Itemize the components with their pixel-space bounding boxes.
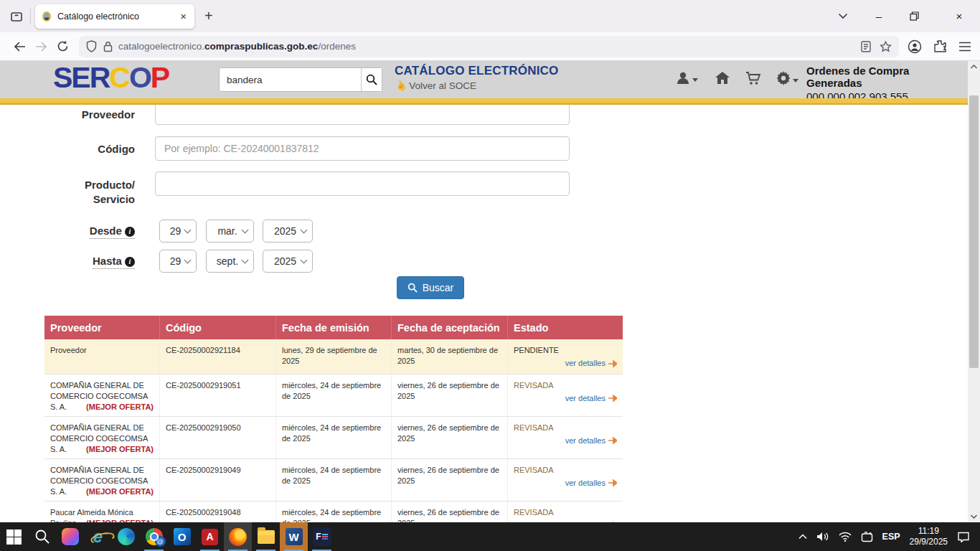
- arrow-right-icon: [608, 395, 617, 402]
- wifi-icon[interactable]: [839, 532, 852, 542]
- outlook-icon[interactable]: O: [168, 522, 196, 551]
- internet-explorer-icon[interactable]: e: [84, 522, 112, 551]
- caret-down-icon: [793, 79, 798, 83]
- ver-detalles-link[interactable]: ver detalles: [565, 393, 617, 404]
- tray-chevron-up-icon[interactable]: [798, 534, 807, 540]
- cart-button[interactable]: [745, 71, 761, 85]
- codigo-input[interactable]: [155, 136, 570, 161]
- table-row: COMPAÑIA GENERAL DE COMERCIO COGECOMSA S…: [44, 417, 623, 459]
- hasta-month-select[interactable]: sept.: [206, 250, 254, 273]
- header-accent-bar: [0, 98, 968, 105]
- producto-servicio-input[interactable]: [155, 171, 570, 196]
- cell-proveedor: COMPAÑIA GENERAL DE COMERCIO COGECOMSA S…: [44, 375, 160, 416]
- table-row: COMPAÑIA GENERAL DE COMERCIO COGECOMSA S…: [44, 375, 623, 417]
- shield-icon[interactable]: [86, 40, 97, 52]
- chevron-down-icon: [184, 257, 192, 264]
- menu-hamburger-icon[interactable]: [958, 42, 971, 52]
- ver-detalles-link[interactable]: ver detalles: [565, 478, 617, 489]
- forward-icon[interactable]: [30, 36, 52, 57]
- system-tray: ESP 11:19 29/9/2025: [798, 526, 980, 547]
- url-bar[interactable]: catalogoelectronico.compraspublicas.gob.…: [79, 36, 899, 57]
- hand-pointer-icon: ☝: [392, 78, 408, 94]
- tab-list-chevron-icon[interactable]: [838, 13, 848, 19]
- header-search-input[interactable]: [220, 68, 361, 91]
- desde-month-select[interactable]: mar.: [206, 220, 254, 242]
- sercop-logo[interactable]: SERCOP: [53, 61, 169, 95]
- table-row: COMPAÑIA GENERAL DE COMERCIO COGECOMSA S…: [44, 459, 623, 501]
- cell-aceptacion: viernes, 26 de septiembre de 2025: [392, 501, 508, 522]
- scroll-up-icon[interactable]: [968, 61, 980, 72]
- notifications-icon[interactable]: [957, 532, 970, 542]
- firefox-icon[interactable]: [224, 522, 252, 551]
- start-button[interactable]: [0, 522, 28, 551]
- file-explorer-icon[interactable]: [252, 522, 280, 551]
- hasta-day-select[interactable]: 29: [159, 250, 197, 273]
- cell-aceptacion: viernes, 26 de septiembre de 2025: [392, 375, 508, 416]
- scrollbar-thumb[interactable]: [969, 95, 979, 368]
- search-icon: [34, 529, 50, 545]
- lock-icon[interactable]: [103, 41, 113, 52]
- scroll-down-icon[interactable]: [968, 511, 980, 522]
- firefox-view-icon[interactable]: [6, 6, 27, 27]
- close-window-button[interactable]: ×: [950, 10, 969, 22]
- new-tab-button[interactable]: +: [204, 8, 213, 24]
- ver-detalles-link[interactable]: ver detalles: [565, 358, 617, 369]
- hasta-label: Hasta i: [42, 255, 135, 267]
- mejor-oferta-badge: (MEJOR OFERTA): [86, 486, 154, 497]
- browser-titlebar: Catálogo electrónico × + – ×: [0, 0, 980, 32]
- header-search-button[interactable]: [361, 68, 382, 91]
- settings-menu-button[interactable]: [776, 71, 798, 85]
- chrome-icon[interactable]: @: [140, 522, 168, 551]
- account-icon[interactable]: [908, 39, 922, 54]
- f-app-icon[interactable]: F: [308, 522, 336, 551]
- hasta-year-select[interactable]: 2025: [263, 250, 313, 273]
- tray-date: 29/9/2025: [910, 537, 948, 547]
- extensions-puzzle-icon[interactable]: [933, 39, 947, 53]
- taskbar-search-button[interactable]: [28, 522, 56, 551]
- edge-icon[interactable]: [112, 522, 140, 551]
- arrow-right-icon: [608, 479, 617, 486]
- desde-year-select[interactable]: 2025: [263, 220, 313, 242]
- cell-emision: miércoles, 24 de septiembre de 2025: [276, 459, 392, 501]
- restore-button[interactable]: [910, 11, 928, 21]
- page-content: SERCOP CATÁLOGO ELECTRÓNICO ☝Volver al S…: [0, 61, 968, 522]
- tab-close-icon[interactable]: ×: [178, 10, 189, 22]
- reader-mode-icon[interactable]: [861, 41, 871, 52]
- browser-tab[interactable]: Catálogo electrónico ×: [35, 4, 194, 29]
- reload-icon[interactable]: [52, 36, 73, 57]
- home-button[interactable]: [715, 71, 730, 85]
- arrow-right-icon: [608, 360, 617, 367]
- buscar-button[interactable]: Buscar: [397, 276, 464, 299]
- word-icon[interactable]: W: [280, 522, 308, 551]
- estado-badge: REVISADA: [514, 466, 554, 474]
- mejor-oferta-badge: (MEJOR OFERTA): [86, 402, 154, 413]
- minimize-button[interactable]: –: [870, 10, 888, 22]
- cell-codigo: CE-20250002919050: [160, 417, 276, 458]
- cell-codigo: CE-20250002919049: [160, 459, 276, 501]
- arrow-right-icon: [608, 437, 617, 444]
- back-icon[interactable]: [9, 36, 30, 57]
- url-text: catalogoelectronico.compraspublicas.gob.…: [118, 41, 356, 52]
- ver-detalles-link[interactable]: ver detalles: [565, 435, 617, 446]
- clock[interactable]: 11:19 29/9/2025: [910, 526, 948, 547]
- cell-aceptacion: viernes, 26 de septiembre de 2025: [392, 417, 508, 458]
- desde-day-select[interactable]: 29: [159, 220, 197, 242]
- codigo-label: Código: [42, 143, 135, 155]
- info-icon[interactable]: i: [125, 227, 135, 237]
- acrobat-icon[interactable]: A: [196, 522, 224, 551]
- tab-title: Catálogo electrónico: [57, 11, 178, 22]
- volume-icon[interactable]: [816, 532, 829, 542]
- screen-capture-icon[interactable]: [861, 532, 873, 542]
- info-icon[interactable]: i: [125, 257, 135, 267]
- browser-navbar: catalogoelectronico.compraspublicas.gob.…: [0, 32, 980, 61]
- copilot-icon[interactable]: [56, 522, 84, 551]
- language-indicator[interactable]: ESP: [882, 532, 900, 542]
- volver-soce-link[interactable]: ☝Volver al SOCE: [395, 80, 558, 91]
- orders-generated-block: Ordenes de Compra Generadas 000.000.002.…: [806, 65, 968, 103]
- estado-badge: REVISADA: [514, 423, 554, 432]
- mejor-oferta-badge: (MEJOR OFERTA): [86, 444, 154, 455]
- page-scrollbar[interactable]: [968, 61, 980, 522]
- bookmark-star-icon[interactable]: [880, 41, 892, 52]
- cell-proveedor: Paucar Almeida Mónica Paulina (MEJOR OFE…: [44, 501, 160, 522]
- user-menu-button[interactable]: [676, 71, 698, 85]
